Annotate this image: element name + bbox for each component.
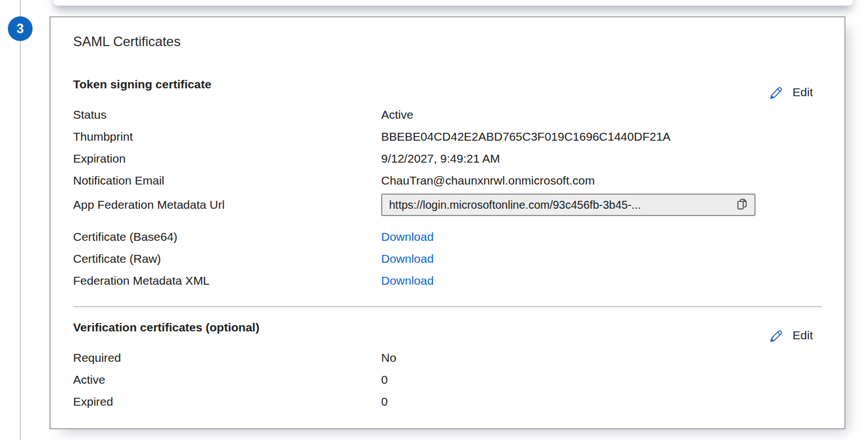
row-label: Thumbprint xyxy=(73,130,381,143)
verification-certificates-section: Verification certificates (optional) Edi… xyxy=(73,320,822,412)
row-label: Certificate (Raw) xyxy=(73,252,381,266)
previous-card-edge xyxy=(53,0,853,6)
row-label: Active xyxy=(73,373,381,387)
step-number: 3 xyxy=(17,21,24,37)
card-title: SAML Certificates xyxy=(73,33,822,50)
pencil-icon xyxy=(768,84,784,100)
row-label: Required xyxy=(73,351,381,365)
expired-count-value: 0 xyxy=(381,395,388,408)
step-3-indicator: 3 xyxy=(8,16,33,41)
table-row: App Federation Metadata Url xyxy=(73,191,822,218)
edit-button-label: Edit xyxy=(793,329,813,342)
table-row: Expiration 9/12/2027, 9:49:21 AM xyxy=(73,147,822,169)
table-row: Certificate (Base64) Download xyxy=(73,226,822,248)
saml-certificates-card: SAML Certificates Token signing certific… xyxy=(49,16,846,429)
table-row: Notification Email ChauTran@chaunxnrwl.o… xyxy=(73,169,822,191)
edit-verification-certificates-button[interactable]: Edit xyxy=(766,326,815,344)
row-label: Notification Email xyxy=(73,174,381,187)
table-row: Certificate (Raw) Download xyxy=(73,248,822,270)
app-federation-metadata-url-input[interactable] xyxy=(389,199,731,212)
section-heading: Verification certificates (optional) xyxy=(73,320,822,335)
table-row: Status Active xyxy=(73,104,822,125)
wizard-timeline-line xyxy=(20,0,21,440)
row-label: App Federation Metadata Url xyxy=(73,198,381,212)
app-federation-metadata-url-box xyxy=(381,194,756,216)
thumbprint-value: BBEBE04CD42E2ABD765C3F019C1696C1440DF21A xyxy=(381,130,671,143)
row-label: Certificate (Base64) xyxy=(73,230,381,244)
row-label: Expiration xyxy=(73,152,381,165)
token-signing-certificate-section: Token signing certificate Edit Status Ac… xyxy=(73,77,822,291)
row-label: Status xyxy=(73,108,381,122)
required-value: No xyxy=(381,351,396,365)
edit-token-signing-certificate-button[interactable]: Edit xyxy=(766,83,815,101)
table-row: Thumbprint BBEBE04CD42E2ABD765C3F019C169… xyxy=(73,125,822,147)
copy-url-button[interactable] xyxy=(734,196,750,214)
status-value: Active xyxy=(381,108,413,122)
table-row: Expired 0 xyxy=(73,390,822,412)
download-certificate-raw-link[interactable]: Download xyxy=(381,252,433,266)
copy-icon xyxy=(735,197,749,213)
pencil-icon xyxy=(768,327,784,343)
download-certificate-base64-link[interactable]: Download xyxy=(381,230,433,244)
section-divider xyxy=(73,306,822,307)
row-label: Expired xyxy=(73,395,381,408)
active-count-value: 0 xyxy=(381,373,388,387)
expiration-value: 9/12/2027, 9:49:21 AM xyxy=(381,152,500,165)
edit-button-label: Edit xyxy=(793,86,813,99)
download-federation-metadata-xml-link[interactable]: Download xyxy=(381,274,433,288)
table-row: Required No xyxy=(73,347,822,369)
table-row: Active 0 xyxy=(73,369,822,390)
table-row: Federation Metadata XML Download xyxy=(73,270,822,291)
section-heading: Token signing certificate xyxy=(73,77,822,92)
notification-email-value: ChauTran@chaunxnrwl.onmicrosoft.com xyxy=(381,174,595,187)
row-label: Federation Metadata XML xyxy=(73,274,381,288)
